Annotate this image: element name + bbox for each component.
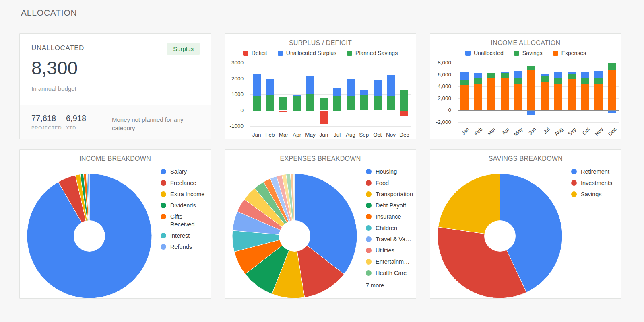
bar-segment[interactable] [581,84,589,111]
bar-segment[interactable] [568,74,576,79]
bar-segment[interactable] [581,78,589,84]
legend-swatch [161,214,166,219]
bar-segment[interactable] [474,78,482,84]
legend-swatch [366,259,372,265]
legend-swatch [571,180,577,186]
bar-segment[interactable] [306,94,314,111]
bar-segment[interactable] [501,72,509,78]
bar-segment[interactable] [554,84,562,111]
bar-segment[interactable] [387,75,395,96]
bar-segment[interactable] [514,84,522,111]
legend-swatch [366,236,372,242]
bar-segment[interactable] [568,72,576,74]
legend-swatch [571,191,577,197]
bar-segment[interactable] [460,80,469,85]
income-allocation-plot[interactable] [458,63,619,122]
bar-segment[interactable] [374,80,382,96]
bar-segment[interactable] [400,90,408,110]
income-allocation-card: INCOME ALLOCATION UnallocatedSavingsExpe… [430,33,621,139]
legend-item: Salary [161,168,208,176]
bar-segment[interactable] [347,96,355,110]
bar-segment[interactable] [293,95,301,96]
bar-segment[interactable] [554,78,562,84]
chart-legend: HousingFoodTransportationDebt PayoffInsu… [366,168,413,289]
legend-label: Unallocated Surplus [286,50,336,56]
legend-swatch [161,180,166,186]
bar-segment[interactable] [460,72,469,80]
bar-segment[interactable] [487,73,495,78]
bar-segment[interactable] [501,72,509,73]
bar-segment[interactable] [347,79,355,96]
bar-segment[interactable] [460,85,469,110]
legend-item: Children [366,224,413,232]
savings-breakdown-pie[interactable] [437,173,563,299]
bar-segment[interactable] [279,97,287,111]
legend-label: Retirement [581,168,609,176]
projected-label: PROJECTED [31,125,62,130]
bar-segment[interactable] [333,96,341,111]
bar-segment[interactable] [320,98,328,111]
donut-hole [484,220,516,252]
bar-segment[interactable] [360,95,368,110]
legend-swatch [514,51,519,56]
bar-segment[interactable] [306,76,314,94]
bar-segment[interactable] [594,78,603,84]
bar-segment[interactable] [360,90,368,95]
bar-segment[interactable] [608,63,616,71]
bar-segment[interactable] [293,96,301,111]
bar-segment[interactable] [568,79,576,111]
bar-segment[interactable] [374,96,382,110]
bar-segment[interactable] [541,74,549,76]
x-axis-label: Jan [460,126,470,136]
x-axis-label: Sep [567,126,578,137]
bar-segment[interactable] [527,70,535,110]
bar-segment[interactable] [581,72,589,78]
legend-item: Gifts Received [161,213,208,228]
gridline [458,122,619,123]
bar-segment[interactable] [527,66,535,70]
zero-axis-line [458,110,619,111]
bar-segment[interactable] [487,78,495,110]
y-axis-tick: -1000 [229,123,244,129]
bar-segment[interactable] [387,96,395,110]
bar-segment[interactable] [474,73,482,78]
legend-swatch [161,244,166,250]
legend-swatch [366,225,372,231]
bar-segment[interactable] [501,78,509,111]
surplus-deficit-plot[interactable] [250,63,411,126]
legend-item: Travel & Va… [366,236,413,243]
unallocated-note: Money not planned for any category [112,115,197,132]
x-axis-label: Oct [581,126,591,136]
legend-label: Food [376,179,389,187]
bar-segment[interactable] [554,72,562,79]
bar-segment[interactable] [594,84,603,111]
x-axis-label: Dec [607,126,618,137]
legend-label: Expenses [561,50,586,56]
x-axis-label: Jun [317,132,330,138]
x-axis-label: Nov [384,132,397,138]
income-breakdown-pie[interactable] [26,173,153,299]
expenses-breakdown-pie[interactable] [231,173,358,299]
legend-item: Health Care [366,269,413,277]
bar-segment[interactable] [541,82,549,110]
bar-segment[interactable] [320,111,328,124]
bar-segment[interactable] [474,84,482,111]
bar-segment[interactable] [253,74,261,96]
unallocated-amount-caption: In annual budget [31,85,76,92]
ytd-label: YTD [66,125,86,130]
bar-segment[interactable] [608,70,616,110]
bar-segment[interactable] [527,110,535,115]
bar-segment[interactable] [514,78,522,84]
bar-segment[interactable] [333,88,341,96]
bar-segment[interactable] [266,95,274,111]
bar-segment[interactable] [541,76,549,82]
legend-item: Refunds [161,243,208,251]
legend-more-label: 7 more [366,282,413,289]
bar-segment[interactable] [594,71,603,78]
bar-segment[interactable] [514,71,522,78]
bar-segment[interactable] [266,79,274,95]
bar-segment[interactable] [400,111,408,116]
bar-segment[interactable] [253,96,261,111]
legend-item: Interest [161,232,208,240]
chart-title: SAVINGS BREAKDOWN [430,155,621,162]
